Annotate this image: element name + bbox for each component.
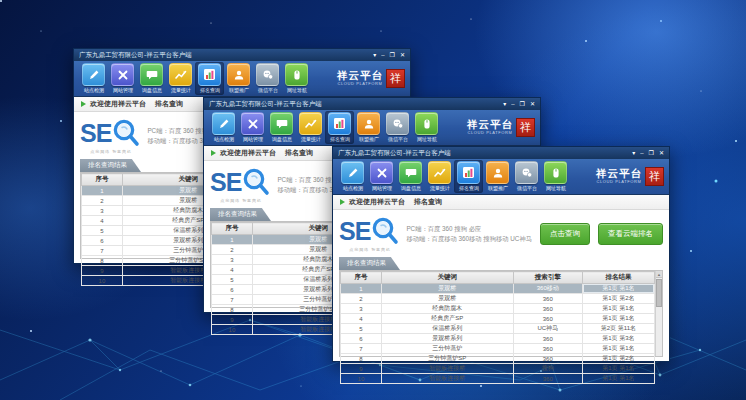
table-cell[interactable]: 3	[82, 206, 123, 216]
table-cell[interactable]: 2	[341, 294, 382, 304]
table-row[interactable]: 5保温桥系列UC神马第2页 第11名	[341, 324, 655, 334]
maximize-icon[interactable]: ❐	[649, 149, 654, 157]
table-cell[interactable]: 2	[212, 245, 253, 255]
table-row[interactable]: 7三分钟蒸炉360第1页 第1名	[341, 344, 655, 354]
table-cell[interactable]: 5	[82, 226, 123, 236]
table-cell[interactable]: 第1页 第1名	[582, 304, 654, 314]
result-tab[interactable]: 排名查询结果	[339, 257, 400, 270]
close-icon[interactable]: ✕	[400, 51, 405, 59]
toolbar-item-site-check[interactable]: 站点检测	[209, 111, 238, 144]
table-cell[interactable]: 1	[341, 284, 382, 294]
table-cell[interactable]: 景观桥	[381, 284, 513, 294]
table-cell[interactable]: 4	[82, 216, 123, 226]
table-cell[interactable]: 第1页 第1名	[582, 284, 654, 294]
table-cell[interactable]: 9	[212, 315, 253, 325]
table-cell[interactable]: 第1页 第1名	[582, 314, 654, 324]
skin-icon[interactable]: ▾	[503, 100, 506, 108]
table-cell[interactable]: 5	[212, 275, 253, 285]
table-cell[interactable]: 第1页 第2名	[582, 354, 654, 364]
table-cell[interactable]: 经典房产SP	[381, 314, 513, 324]
table-cell[interactable]: 搜狗	[513, 364, 582, 374]
table-cell[interactable]: 9	[82, 266, 123, 276]
skin-icon[interactable]: ▾	[632, 149, 635, 157]
skin-icon[interactable]: ▾	[373, 51, 376, 59]
table-cell[interactable]: 三分钟蒸炉	[381, 344, 513, 354]
table-row[interactable]: 2景观桥360第1页 第2名	[341, 294, 655, 304]
table-cell[interactable]: 1	[82, 186, 123, 196]
toolbar-item-site-manage[interactable]: 网站管理	[367, 160, 396, 193]
table-cell[interactable]: 保温桥系列	[381, 324, 513, 334]
table-cell[interactable]: 10	[341, 374, 382, 384]
toolbar-item-site-manage[interactable]: 网站管理	[238, 111, 267, 144]
table-cell[interactable]: 第1页 第3名	[582, 334, 654, 344]
toolbar-item-wechat[interactable]: 微信平台	[512, 160, 541, 193]
minimize-icon[interactable]: –	[640, 149, 643, 157]
table-cell[interactable]: 第1页 第1名	[582, 344, 654, 354]
table-cell[interactable]: 6	[341, 334, 382, 344]
scroll-up-icon[interactable]: ▲	[656, 271, 662, 278]
query-button[interactable]: 点击查询	[540, 223, 590, 245]
toolbar-item-wechat[interactable]: 微信平台	[383, 111, 412, 144]
maximize-icon[interactable]: ❐	[520, 100, 525, 108]
table-cell[interactable]: 5	[341, 324, 382, 334]
toolbar-item-wechat[interactable]: 微信平台	[253, 62, 282, 95]
scrollbar-thumb[interactable]	[656, 279, 662, 307]
toolbar-item-site-nav[interactable]: 网址导航	[412, 111, 441, 144]
table-cell[interactable]: 360移动	[513, 284, 582, 294]
cloud-rank-button[interactable]: 查看云端排名	[598, 223, 663, 245]
toolbar-item-rank-query[interactable]: 排名查询	[195, 62, 224, 95]
toolbar-item-traffic-stats[interactable]: 流量统计	[166, 62, 195, 95]
table-row[interactable]: 8三分钟蒸炉SP360第1页 第2名	[341, 354, 655, 364]
close-icon[interactable]: ✕	[530, 100, 535, 108]
table-cell[interactable]: UC神马	[513, 324, 582, 334]
table-scrollbar[interactable]: ▲	[655, 271, 662, 356]
toolbar-item-inquiry[interactable]: 询盘信息	[267, 111, 296, 144]
table-row[interactable]: 4经典房产SP360第1页 第1名	[341, 314, 655, 324]
minimize-icon[interactable]: –	[511, 100, 514, 108]
toolbar-item-site-check[interactable]: 站点检测	[79, 62, 108, 95]
title-bar[interactable]: 广东九鼎工贸有限公司-祥云平台客户端 ▾ – ❐ ✕	[74, 49, 410, 61]
table-cell[interactable]: 8	[212, 305, 253, 315]
table-cell[interactable]: 9	[341, 364, 382, 374]
close-icon[interactable]: ✕	[659, 149, 664, 157]
table-cell[interactable]: 3	[341, 304, 382, 314]
table-cell[interactable]: 10	[82, 276, 123, 286]
table-cell[interactable]: 智能板连接桥	[381, 364, 513, 374]
toolbar-item-site-check[interactable]: 站点检测	[338, 160, 367, 193]
toolbar-item-rank-query[interactable]: 排名查询	[454, 160, 483, 193]
table-cell[interactable]: 1	[212, 235, 253, 245]
table-cell[interactable]: 4	[212, 265, 253, 275]
table-cell[interactable]: 2	[82, 196, 123, 206]
table-cell[interactable]: 第2页 第11名	[582, 324, 654, 334]
table-cell[interactable]: 360	[513, 334, 582, 344]
toolbar-item-site-manage[interactable]: 网站管理	[108, 62, 137, 95]
table-cell[interactable]: 7	[82, 246, 123, 256]
table-row[interactable]: 10智能板连接桥360第1页 第1名	[341, 374, 655, 384]
toolbar-item-traffic-stats[interactable]: 流量统计	[425, 160, 454, 193]
table-cell[interactable]: 三分钟蒸炉SP	[381, 354, 513, 364]
table-cell[interactable]: 第1页 第1名	[582, 374, 654, 384]
table-cell[interactable]: 4	[341, 314, 382, 324]
table-cell[interactable]: 智能板连接桥	[381, 374, 513, 384]
toolbar-item-inquiry[interactable]: 询盘信息	[137, 62, 166, 95]
table-cell[interactable]: 第1页 第1名	[582, 364, 654, 374]
minimize-icon[interactable]: –	[381, 51, 384, 59]
table-cell[interactable]: 360	[513, 344, 582, 354]
table-cell[interactable]: 8	[82, 256, 123, 266]
table-cell[interactable]: 10	[212, 325, 253, 335]
result-tab[interactable]: 排名查询结果	[80, 159, 141, 172]
table-cell[interactable]: 360	[513, 354, 582, 364]
toolbar-item-alliance-promo[interactable]: 联盟推广	[483, 160, 512, 193]
toolbar-item-traffic-stats[interactable]: 流量统计	[296, 111, 325, 144]
table-cell[interactable]: 360	[513, 374, 582, 384]
table-cell[interactable]: 7	[341, 344, 382, 354]
toolbar-item-site-nav[interactable]: 网址导航	[541, 160, 570, 193]
title-bar[interactable]: 广东九鼎工贸有限公司-祥云平台客户端 ▾ – ❐ ✕	[333, 147, 669, 159]
toolbar-item-site-nav[interactable]: 网址导航	[282, 62, 311, 95]
toolbar-item-alliance-promo[interactable]: 联盟推广	[354, 111, 383, 144]
table-cell[interactable]: 3	[212, 255, 253, 265]
maximize-icon[interactable]: ❐	[390, 51, 395, 59]
table-row[interactable]: 9智能板连接桥搜狗第1页 第1名	[341, 364, 655, 374]
table-cell[interactable]: 经典防腐木	[381, 304, 513, 314]
result-tab[interactable]: 排名查询结果	[210, 208, 271, 221]
